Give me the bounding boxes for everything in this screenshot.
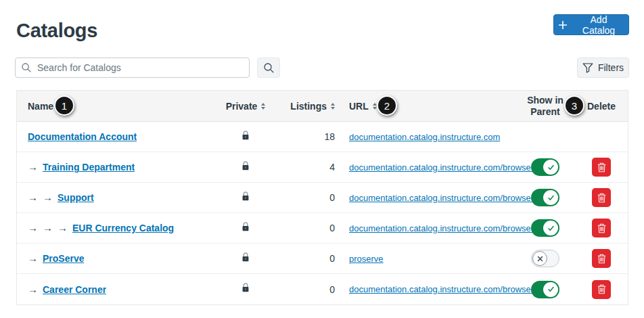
catalog-name-link[interactable]: ProServe [43,253,84,264]
listings-count: 0 [329,192,335,203]
show-in-parent-toggle-on[interactable] [531,219,559,237]
toggle-check-icon [543,282,558,297]
listings-count: 4 [329,162,335,173]
page-title: Catalogs [16,20,97,42]
catalogs-table: Name Private Listings URL Show in Parent… [16,90,628,305]
listings-count: 18 [324,131,335,142]
column-header-listings[interactable]: Listings [279,101,338,112]
indent-arrows: →→ [28,191,58,204]
show-in-parent-toggle-on[interactable] [531,281,559,298]
add-catalog-button[interactable]: Add Catalog [553,14,629,35]
catalog-name-link[interactable]: Documentation Account [28,131,137,142]
toggle-check-icon [543,160,558,175]
search-icon [263,62,275,74]
table-row: → Training Department 4 documentation.ca… [17,152,628,183]
search-submit-button[interactable] [257,58,280,78]
indent-arrow-icon: → [43,222,53,233]
catalog-url-link[interactable]: proserve [349,254,384,264]
trash-icon [597,254,606,264]
toggle-x-icon [532,251,547,266]
indent-arrow-icon: → [28,161,38,173]
show-in-parent-toggle-off[interactable] [531,250,559,267]
indent-arrow-icon: → [58,222,68,233]
catalog-url-link[interactable]: documentation.catalog.instructure.com [349,132,500,142]
trash-icon [597,284,606,294]
indent-arrow-icon: → [43,191,53,203]
lock-icon [240,160,251,175]
column-header-url[interactable]: URL [338,101,515,112]
annotation-callout-2: 2 [377,95,397,116]
annotation-callout-1: 1 [54,95,74,116]
catalog-name-link[interactable]: Training Department [43,162,135,173]
table-row: →→ Support 0 documentation.catalog.instr… [17,183,628,213]
delete-catalog-button[interactable] [592,188,611,207]
indent-arrow-icon: → [28,191,38,203]
indent-arrows: →→→ [28,222,72,234]
catalog-url-link[interactable]: documentation.catalog.instructure.com/br… [349,162,540,173]
plus-icon [558,20,568,30]
table-row: Documentation Account 18 documentation.c… [17,122,628,152]
lock-icon [240,191,251,205]
table-row: → Career Corner 0 documentation.catalog.… [17,274,628,304]
lock-icon [240,282,251,296]
table-header-row: Name Private Listings URL Show in Parent… [17,91,628,122]
lock-icon [240,130,251,144]
lock-icon [240,221,251,235]
lock-icon [240,252,251,266]
filter-funnel-icon [582,63,593,73]
indent-arrow-icon: → [28,252,38,264]
catalog-name-link[interactable]: EUR Currency Catalog [72,223,174,233]
delete-catalog-button[interactable] [592,249,611,268]
delete-catalog-button[interactable] [592,158,611,177]
column-header-name[interactable]: Name [17,101,212,112]
sort-icon [331,103,335,110]
catalog-url-link[interactable]: documentation.catalog.instructure.com/br… [349,284,540,294]
indent-arrow-icon: → [28,222,38,233]
trash-icon [597,223,606,233]
show-in-parent-toggle-on[interactable] [531,189,559,206]
trash-icon [597,193,606,203]
catalog-url-link[interactable]: documentation.catalog.instructure.com/br… [349,193,540,203]
toggle-check-icon [543,221,558,235]
annotation-callout-3: 3 [564,95,584,116]
delete-catalog-button[interactable] [592,219,611,237]
filters-button[interactable]: Filters [577,58,629,78]
indent-arrow-icon: → [28,283,38,295]
table-row: →→→ EUR Currency Catalog 0 documentation… [17,213,628,244]
listings-count: 0 [329,284,335,295]
column-header-private[interactable]: Private [212,101,279,112]
catalog-url-link[interactable]: documentation.catalog.instructure.com/br… [349,223,540,233]
sort-icon [261,103,265,110]
table-row: → ProServe 0 proserve [17,244,628,274]
search-input[interactable] [15,58,250,78]
catalog-name-link[interactable]: Support [58,192,94,203]
indent-arrows: → [28,283,43,296]
listings-count: 0 [329,223,335,233]
sort-icon [373,103,377,110]
listings-count: 0 [329,253,335,264]
catalog-name-link[interactable]: Career Corner [43,284,106,295]
indent-arrows: → [28,252,43,265]
indent-arrows: → [28,161,43,173]
delete-catalog-button[interactable] [592,280,611,299]
show-in-parent-toggle-on[interactable] [531,158,559,176]
toggle-check-icon [543,190,558,205]
table-body: Documentation Account 18 documentation.c… [17,122,628,304]
trash-icon [597,162,606,173]
